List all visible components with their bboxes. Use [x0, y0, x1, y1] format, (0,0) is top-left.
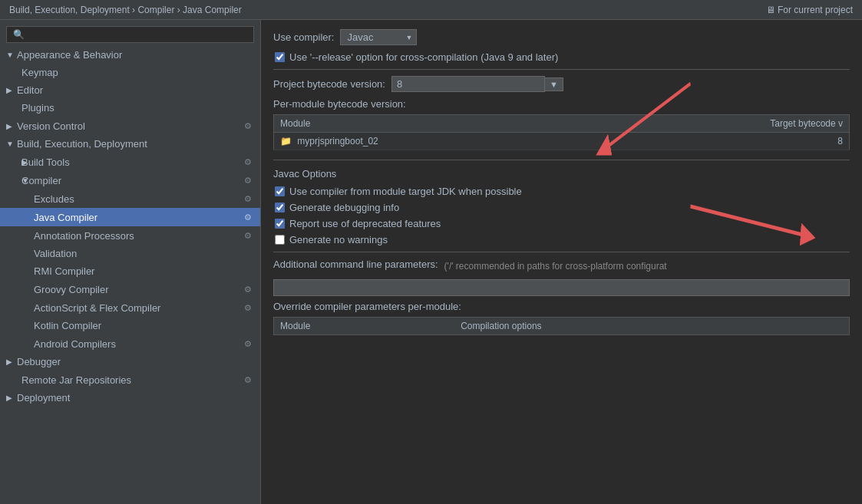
javac-checkbox-generate-no-warnings[interactable]: [275, 235, 285, 245]
monitor-icon: 🖥: [766, 5, 775, 15]
arrow-icon: ▶: [6, 357, 17, 366]
module-folder-icon: 📁: [280, 136, 292, 147]
sidebar-item-editor[interactable]: ▶ Editor: [0, 81, 260, 99]
override-label: Override compiler parameters per-module:: [273, 301, 850, 312]
sidebar-item-rmi-compiler[interactable]: RMI Compiler: [0, 262, 260, 280]
sidebar-item-label: Validation: [34, 248, 254, 259]
javac-checkbox-row-report-deprecated[interactable]: Report use of deprecated features: [273, 218, 850, 229]
sidebar-item-plugins[interactable]: Plugins: [0, 99, 260, 117]
sidebar-item-label: Debugger: [17, 356, 254, 367]
javac-checkbox-label-generate-debug: Generate debugging info: [289, 202, 399, 213]
cross-compile-checkbox[interactable]: [275, 52, 285, 62]
search-bar: [0, 23, 260, 46]
additional-params-label-row: Additional command line parameters: ('/'…: [273, 259, 850, 273]
arrow-icon: ▼: [6, 140, 17, 148]
javac-checkbox-generate-debug[interactable]: [275, 203, 285, 212]
sidebar-item-label: Build, Execution, Deployment: [17, 138, 254, 150]
sidebar-item-android-compilers[interactable]: Android Compilers ⚙: [0, 334, 260, 353]
arrow-icon: ▶: [6, 86, 17, 94]
javac-checkboxes-container: Use compiler from module target JDK when…: [273, 186, 850, 245]
sidebar-item-label: Android Compilers: [34, 338, 242, 350]
sidebar-item-label: Kotlin Compiler: [34, 320, 254, 331]
breadcrumb: Build, Execution, Deployment › Compiler …: [9, 5, 242, 15]
project-bytecode-input[interactable]: [391, 76, 545, 92]
sidebar-item-validation[interactable]: Validation: [0, 245, 260, 262]
sidebar-item-label: Appearance & Behavior: [17, 49, 254, 61]
sidebar-item-label: Keymap: [21, 67, 254, 78]
javac-checkbox-label-generate-no-warnings: Generate no warnings: [289, 234, 388, 245]
project-bytecode-row: Project bytecode version: ▼: [273, 76, 850, 92]
sidebar-item-annotation-processors[interactable]: Annotation Processors ⚙: [0, 226, 260, 245]
sidebar-item-build-tools[interactable]: ▶ Build Tools ⚙: [0, 153, 260, 171]
javac-checkbox-report-deprecated[interactable]: [275, 219, 285, 229]
override-module-col: Module: [274, 318, 455, 335]
compiler-select-wrapper[interactable]: Javac Eclipse Ajc: [340, 29, 417, 45]
sidebar-item-build-exec[interactable]: ▼ Build, Execution, Deployment: [0, 135, 260, 153]
sidebar-item-compiler[interactable]: ▼ Compiler ⚙: [0, 171, 260, 189]
sidebar-item-remote-jar[interactable]: Remote Jar Repositories ⚙: [0, 371, 260, 389]
sidebar-item-appearance[interactable]: ▼ Appearance & Behavior: [0, 46, 260, 64]
sidebar-item-label: ActionScript & Flex Compiler: [34, 302, 242, 314]
sidebar-item-label: Version Control: [17, 120, 242, 132]
for-current-project: 🖥 For current project: [766, 5, 853, 15]
sidebar-item-label: RMI Compiler: [34, 265, 254, 277]
sidebar-item-version-control[interactable]: ▶ Version Control ⚙: [0, 117, 260, 135]
javac-options-title: Javac Options: [273, 168, 850, 180]
sidebar-item-label: Remote Jar Repositories: [21, 374, 242, 386]
bytecode-dropdown-button[interactable]: ▼: [545, 77, 563, 91]
sidebar-item-label: Groovy Compiler: [34, 284, 242, 295]
settings-icon: ⚙: [242, 211, 254, 223]
javac-checkbox-row-generate-debug[interactable]: Generate debugging info: [273, 202, 850, 213]
arrow-icon: ▼: [6, 176, 21, 185]
search-input[interactable]: [6, 26, 254, 43]
additional-params-input[interactable]: [273, 279, 850, 296]
table-row: 📁 myprjspringboot_02 8: [274, 133, 850, 150]
divider-1: [273, 69, 850, 70]
per-module-label: Per-module bytecode version:: [273, 98, 850, 110]
javac-checkbox-use-module-target[interactable]: [275, 186, 285, 196]
override-table: Module Compilation options: [273, 317, 850, 335]
javac-checkbox-label-use-module-target: Use compiler from module target JDK when…: [289, 186, 522, 197]
sidebar: ▼ Appearance & Behavior Keymap ▶ Editor …: [0, 20, 261, 504]
sidebar-item-label: Excludes: [34, 193, 242, 205]
override-options-col: Compilation options: [454, 318, 849, 335]
sidebar-item-label: Editor: [17, 84, 254, 96]
settings-icon: ⚙: [242, 283, 254, 295]
target-bytecode-cell: 8: [599, 133, 850, 150]
arrow-icon: ▶: [6, 394, 17, 402]
sidebar-items-container: ▼ Appearance & Behavior Keymap ▶ Editor …: [0, 46, 260, 407]
main-content: ▼ Appearance & Behavior Keymap ▶ Editor …: [0, 20, 862, 504]
sidebar-item-kotlin-compiler[interactable]: Kotlin Compiler: [0, 317, 260, 334]
compiler-select[interactable]: Javac Eclipse Ajc: [340, 29, 417, 45]
sidebar-item-label: Annotation Processors: [34, 230, 242, 242]
settings-icon: ⚙: [242, 374, 254, 386]
javac-checkbox-row-generate-no-warnings[interactable]: Generate no warnings: [273, 234, 850, 245]
header-bar: Build, Execution, Deployment › Compiler …: [0, 0, 862, 20]
target-col-header: Target bytecode v: [599, 115, 850, 133]
sidebar-item-label: Java Compiler: [34, 212, 242, 223]
sidebar-item-label: Build Tools: [21, 156, 242, 168]
cross-compile-row[interactable]: Use '--release' option for cross-compila…: [273, 51, 850, 63]
sidebar-item-excludes[interactable]: Excludes ⚙: [0, 189, 260, 208]
use-compiler-row: Use compiler: Javac Eclipse Ajc: [273, 29, 850, 45]
sidebar-item-groovy-compiler[interactable]: Groovy Compiler ⚙: [0, 280, 260, 298]
settings-icon: ⚙: [242, 120, 254, 132]
arrow-icon: ▶: [6, 122, 17, 130]
divider-2: [273, 160, 850, 160]
right-panel: Use compiler: Javac Eclipse Ajc Use '--r…: [261, 20, 862, 504]
sidebar-item-actionscript[interactable]: ActionScript & Flex Compiler ⚙: [0, 298, 260, 317]
arrow-icon: ▼: [6, 51, 17, 59]
sidebar-item-keymap[interactable]: Keymap: [0, 64, 260, 81]
settings-icon: ⚙: [242, 174, 254, 186]
sidebar-item-label: Deployment: [17, 392, 254, 404]
divider-3: [273, 252, 850, 252]
javac-checkbox-row-use-module-target[interactable]: Use compiler from module target JDK when…: [273, 186, 850, 197]
module-table: Module Target bytecode v 📁 myprjspringbo…: [273, 114, 850, 150]
additional-params-note: ('/' recommended in paths for cross-plat…: [444, 261, 667, 272]
module-table-container: Module Target bytecode v 📁 myprjspringbo…: [273, 114, 850, 150]
sidebar-item-deployment[interactable]: ▶ Deployment: [0, 389, 260, 407]
use-compiler-label: Use compiler:: [273, 31, 334, 43]
sidebar-item-debugger[interactable]: ▶ Debugger: [0, 353, 260, 371]
sidebar-item-java-compiler[interactable]: Java Compiler ⚙: [0, 208, 260, 226]
sidebar-item-label: Plugins: [21, 102, 254, 114]
